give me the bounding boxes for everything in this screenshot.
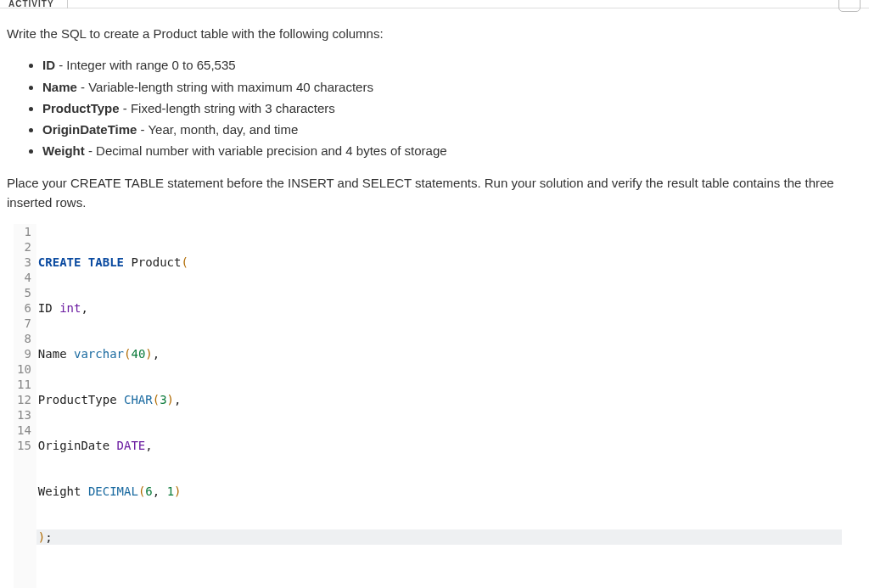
code-area[interactable]: CREATE TABLE Product( ID int, Name varch… <box>36 224 842 588</box>
spec-item: Weight - Decimal number with variable pr… <box>42 141 862 160</box>
column-spec-list: ID - Integer with range 0 to 65,535 Name… <box>7 55 862 160</box>
topbar-divider <box>67 0 68 8</box>
code-line: ID int, <box>36 300 842 316</box>
code-line: ProductType CHAR(3), <box>36 392 842 407</box>
prompt-block: Write the SQL to create a Product table … <box>7 24 862 212</box>
code-line: Weight DECIMAL(6, 1) <box>36 484 842 499</box>
activity-topbar: ACTIVITY <box>0 0 869 8</box>
code-line: CREATE TABLE Product( <box>36 255 842 270</box>
prompt-instructions: Place your CREATE TABLE statement before… <box>7 173 862 213</box>
line-gutter: 12345678 9101112131415 <box>14 224 36 588</box>
prompt-intro: Write the SQL to create a Product table … <box>7 24 862 43</box>
code-editor[interactable]: 12345678 9101112131415 CREATE TABLE Prod… <box>14 224 842 588</box>
code-line: Name varchar(40), <box>36 346 842 361</box>
spec-item: ID - Integer with range 0 to 65,535 <box>42 55 862 75</box>
code-line <box>36 575 842 588</box>
spec-item: ProductType - Fixed-length string with 3… <box>42 98 862 118</box>
spec-item: Name - Variable-length string with maxim… <box>42 77 862 97</box>
code-line-active: ); <box>36 529 842 545</box>
expand-icon[interactable] <box>838 0 861 12</box>
code-line: OriginDate DATE, <box>36 438 842 453</box>
activity-label: ACTIVITY <box>8 0 54 8</box>
spec-item: OriginDateTime - Year, month, day, and t… <box>42 120 862 139</box>
